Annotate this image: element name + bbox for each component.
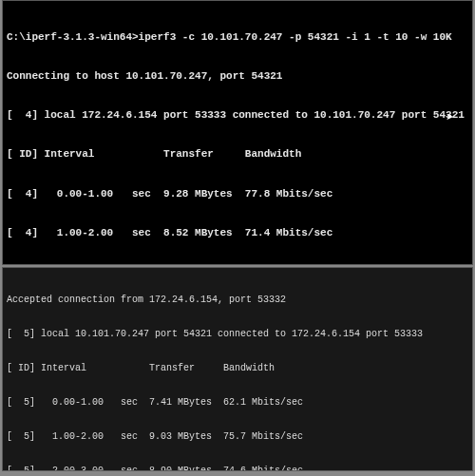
table-row: [ 5] 0.00-1.00 sec 7.41 MBytes 62.1 Mbit… [7, 397, 468, 409]
table-header: [ ID] Interval Transfer Bandwidth [7, 148, 468, 162]
command-line: C:\iperf-3.1.3-win64>iperf3 -c 10.101.70… [7, 31, 468, 45]
top-terminal[interactable]: C:\iperf-3.1.3-win64>iperf3 -c 10.101.70… [2, 0, 473, 265]
table-row: [ 4] 0.00-1.00 sec 9.28 MBytes 77.8 Mbit… [7, 188, 468, 201]
local-conn-line: [ 4] local 172.24.6.154 port 53333 conne… [7, 109, 468, 123]
table-row: [ 4] 1.00-2.00 sec 8.52 MBytes 71.4 Mbit… [7, 227, 468, 240]
table-row: [ 5] 1.00-2.00 sec 9.03 MBytes 75.7 Mbit… [7, 431, 468, 443]
accepted-line: Accepted connection from 172.24.6.154, p… [7, 295, 468, 306]
table-row: [ 5] 2.00-3.00 sec 8.90 MBytes 74.6 Mbit… [7, 466, 468, 471]
connecting-line: Connecting to host 10.101.70.247, port 5… [7, 70, 468, 84]
table-header: [ ID] Interval Transfer Bandwidth [7, 363, 468, 374]
screenshot-window: C:\iperf-3.1.3-win64>iperf3 -c 10.101.70… [0, 0, 475, 476]
local-conn-line: [ 5] local 10.101.70.247 port 54321 conn… [7, 329, 468, 340]
bottom-terminal[interactable]: Accepted connection from 172.24.6.154, p… [2, 267, 473, 471]
